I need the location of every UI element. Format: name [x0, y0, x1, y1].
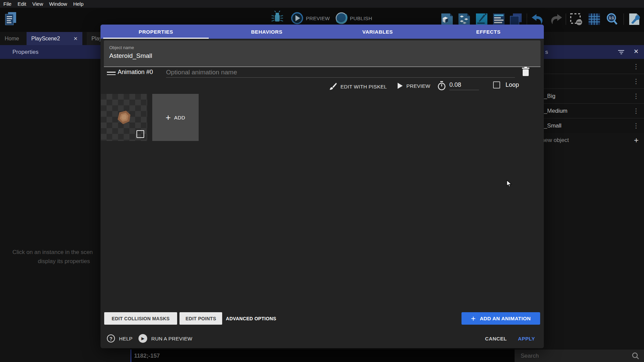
objects-search-bar	[515, 350, 644, 362]
preview-animation-button[interactable]: PREVIEW	[397, 82, 430, 89]
plus-icon: +	[634, 136, 639, 145]
animation-title: Animation #0	[118, 69, 153, 76]
search-icon	[632, 352, 639, 360]
preview-button[interactable]: PREVIEW	[306, 15, 330, 21]
publish-button[interactable]: PUBLISH	[350, 15, 372, 21]
kebab-menu-icon[interactable]: ⋮	[633, 79, 639, 83]
time-between-frames-field	[437, 81, 479, 90]
menu-edit[interactable]: Edit	[17, 1, 26, 7]
redo-icon[interactable]	[549, 13, 563, 26]
advanced-options-button[interactable]: ADVANCED OPTIONS	[226, 312, 276, 325]
tab-behaviors[interactable]: BEHAVIORS	[211, 25, 322, 39]
trash-icon	[521, 67, 530, 77]
drag-handle-icon[interactable]	[107, 72, 116, 75]
object-name-field[interactable]: Object name	[104, 40, 540, 67]
plus-icon: +	[471, 316, 476, 322]
edit-scene-icon[interactable]	[475, 13, 488, 26]
play-circle-icon: ▶	[138, 334, 147, 343]
svg-text:1:1: 1:1	[609, 16, 614, 20]
instances-list-icon[interactable]	[492, 13, 505, 26]
tab-properties[interactable]: PROPERTIES	[100, 25, 211, 39]
menu-bar: File Edit View Window Help	[0, 0, 644, 8]
empty-state-text: Click on an instance in the scen	[12, 249, 93, 256]
delete-animation-button[interactable]	[521, 67, 530, 77]
loop-checkbox[interactable]	[493, 81, 500, 88]
help-icon: ?	[107, 334, 115, 342]
edit-with-piskel-button[interactable]: EDIT WITH PISKEL	[329, 82, 387, 90]
menu-view[interactable]: View	[32, 1, 43, 7]
run-a-preview-button[interactable]: ▶ RUN A PREVIEW	[138, 334, 192, 343]
kebab-menu-icon[interactable]: ⋮	[633, 65, 639, 69]
help-button[interactable]: ? HELP	[107, 334, 132, 342]
gdevelop-window: File Edit View Window Help	[0, 0, 644, 362]
zoom-1-1-icon[interactable]: 1:1	[606, 13, 618, 26]
menu-file[interactable]: File	[3, 1, 11, 7]
menu-help[interactable]: Help	[73, 1, 84, 7]
objects-panel-title: s	[545, 49, 548, 56]
properties-panel-title: Properties	[12, 49, 38, 56]
time-between-frames-input[interactable]	[449, 81, 479, 90]
search-input[interactable]	[521, 353, 632, 359]
play-icon	[397, 82, 403, 89]
deselect-icon[interactable]	[570, 13, 582, 26]
menu-window[interactable]: Window	[49, 1, 67, 7]
add-instances-icon[interactable]	[458, 13, 471, 26]
apply-button[interactable]: APPLY	[518, 336, 535, 341]
dialog-tab-bar: PROPERTIES BEHAVIORS VARIABLES EFFECTS	[100, 25, 544, 39]
preview-play-icon[interactable]	[291, 12, 303, 24]
toolbar-separator	[527, 13, 527, 25]
add-object-icon[interactable]	[441, 13, 453, 26]
toolbar-separator	[566, 13, 566, 25]
frame-select-checkbox[interactable]	[136, 130, 144, 138]
add-an-animation-button[interactable]: + ADD AN ANIMATION	[461, 312, 540, 325]
timer-icon	[437, 81, 446, 90]
toolbar-separator	[623, 13, 624, 25]
debug-icon[interactable]	[271, 11, 284, 26]
object-name-input[interactable]	[109, 52, 533, 60]
grid-icon[interactable]	[588, 13, 601, 26]
cancel-button[interactable]: CANCEL	[485, 336, 507, 341]
filter-icon[interactable]	[618, 49, 625, 55]
cursor-coordinates: 1182;-157	[134, 353, 160, 359]
animation-name-input[interactable]	[166, 67, 515, 78]
edit-points-button[interactable]: EDIT POINTS	[179, 312, 222, 325]
plus-icon: +	[166, 114, 171, 121]
tab-home[interactable]: Home	[0, 32, 24, 45]
scene-properties-icon[interactable]	[628, 13, 641, 26]
project-manager-icon[interactable]	[4, 11, 17, 26]
edit-collision-masks-button[interactable]: EDIT COLLISION MASKS	[104, 312, 177, 325]
mouse-cursor	[507, 180, 513, 189]
kebab-menu-icon[interactable]: ⋮	[633, 124, 639, 128]
publish-globe-icon[interactable]	[335, 12, 348, 24]
object-editor-dialog: PROPERTIES BEHAVIORS VARIABLES EFFECTS O…	[100, 25, 544, 348]
undo-icon[interactable]	[531, 13, 545, 26]
tab-playscene2[interactable]: PlayScene2 ✕	[27, 32, 82, 45]
tab-effects[interactable]: EFFECTS	[433, 25, 544, 39]
loop-control: Loop	[493, 81, 519, 88]
kebab-menu-icon[interactable]: ⋮	[633, 109, 639, 113]
close-icon[interactable]: ✕	[634, 48, 639, 55]
status-bar: 1182;-157	[130, 350, 515, 362]
brush-icon	[329, 82, 337, 90]
tab-variables[interactable]: VARIABLES	[322, 25, 433, 39]
layers-icon[interactable]	[510, 13, 522, 26]
object-name-label: Object name	[109, 45, 540, 50]
tab-close-icon[interactable]: ✕	[73, 36, 78, 42]
kebab-menu-icon[interactable]: ⋮	[633, 94, 639, 98]
animation-frame-thumbnail[interactable]	[101, 94, 147, 141]
add-frame-button[interactable]: + ADD	[152, 94, 199, 141]
loop-label: Loop	[506, 81, 519, 88]
